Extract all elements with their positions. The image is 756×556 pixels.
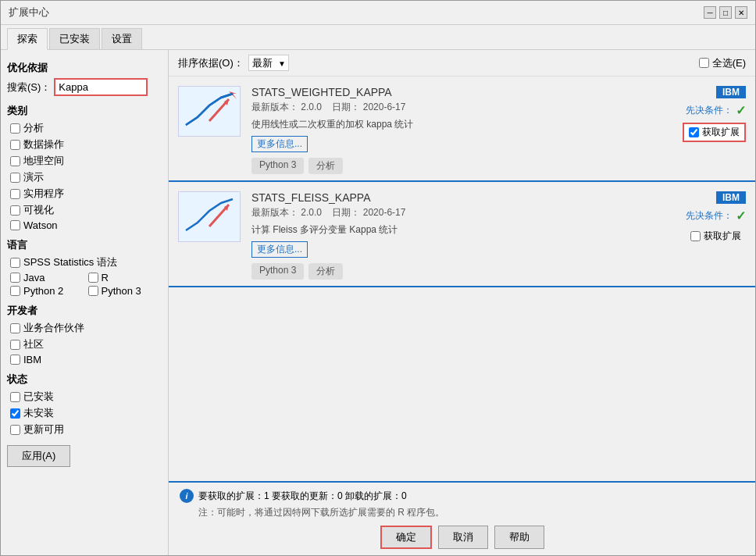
tab-explore[interactable]: 探索 [7,28,48,50]
lang-python3-checkbox[interactable] [88,286,98,296]
get-ext-checkbox-2[interactable] [690,231,701,241]
category-analyze-label: 分析 [23,121,44,135]
lang-python2-checkbox[interactable] [10,286,20,296]
ext-chart-icon-2 [182,195,237,238]
status-update: 更新可用 [10,422,162,437]
category-utility-checkbox[interactable] [10,189,20,199]
category-geo-label: 地理空间 [23,154,64,168]
developer-label: 开发者 [7,304,162,318]
status-not-installed-checkbox[interactable] [10,408,20,419]
status-installed-checkbox[interactable] [10,392,20,402]
help-button[interactable]: 帮助 [494,526,544,549]
ext-icon-2 [178,191,241,242]
status-installed-label: 已安装 [23,390,54,404]
search-row: 搜索(S)： [7,78,162,96]
sort-bar-left: 排序依据(O)： 最新 [178,55,289,71]
lang-java-checkbox[interactable] [10,273,20,283]
prereq-label-2: 先决条件： [686,209,733,223]
category-data-ops: 数据操作 [10,137,162,151]
ext-meta-2: 最新版本： 2.0.0 日期： 2020-6-17 [251,206,644,219]
select-all-row: 全选(E) [699,56,746,70]
lang-python2-label: Python 2 [23,285,63,297]
ext-name-2: STATS_FLEISS_KAPPA [251,191,644,204]
status-not-installed-label: 未安装 [23,406,54,420]
category-demo-checkbox[interactable] [10,173,20,183]
status-update-checkbox[interactable] [10,425,20,435]
optimize-label: 优化依据 [7,61,162,75]
select-all-label: 全选(E) [712,56,746,70]
select-all-checkbox[interactable] [699,58,709,68]
titlebar-controls: ─ □ ✕ [704,6,747,19]
tabs-bar: 探索 已安装 设置 [1,25,755,50]
ext-tag-analyze-1: 分析 [308,158,343,174]
ext-tags-2: Python 3 分析 [251,263,644,280]
ext-more-link-1[interactable]: 更多信息... [251,136,308,152]
ibm-badge-1: IBM [716,86,746,98]
tab-settings[interactable]: 设置 [102,28,142,49]
category-watson: Watson [10,219,162,231]
ext-desc-1: 使用线性或二次权重的加权 kappa 统计 [251,118,644,131]
bottom-note: 注：可能时，将通过因特网下载所选扩展需要的 R 程序包。 [198,506,744,519]
dev-ibm: IBM [10,354,162,365]
lang-spss: SPSS Statistics 语法 [10,255,162,269]
minimize-btn[interactable]: ─ [704,6,716,19]
category-data-ops-checkbox[interactable] [10,140,20,150]
dev-community-label: 社区 [23,337,44,351]
close-btn[interactable]: ✕ [735,6,747,19]
lang-python2: Python 2 [10,285,84,297]
sort-label: 排序依据(O)： [178,56,244,70]
status-label: 状态 [7,372,162,387]
cancel-button[interactable]: 取消 [438,526,488,549]
category-viz-checkbox[interactable] [10,205,20,216]
category-utility-label: 实用程序 [23,187,64,201]
sort-select-wrap: 最新 [248,55,289,71]
lang-java-label: Java [23,272,45,283]
category-watson-checkbox[interactable] [10,220,20,230]
dev-partner-checkbox[interactable] [10,323,20,333]
lang-python3-label: Python 3 [102,285,141,297]
bottom-buttons: 确定 取消 帮助 [180,526,744,549]
category-viz: 可视化 [10,203,162,217]
ext-more-link-2[interactable]: 更多信息... [251,241,308,258]
lang-grid: Java R Python 2 Python 3 [7,272,162,298]
lang-python3: Python 3 [88,285,162,297]
extension-list: STATS_WEIGHTED_KAPPA 最新版本： 2.0.0 日期： 202… [169,77,755,481]
ext-tag-python3-2: Python 3 [251,263,304,280]
search-input[interactable] [54,78,148,96]
category-demo: 演示 [10,170,162,184]
maximize-btn[interactable]: □ [719,6,732,19]
confirm-button[interactable]: 确定 [380,526,432,549]
ext-info-1: STATS_WEIGHTED_KAPPA 最新版本： 2.0.0 日期： 202… [251,86,644,174]
ext-name-1: STATS_WEIGHTED_KAPPA [251,86,644,98]
ext-chart-icon-1 [182,90,237,133]
tab-installed[interactable]: 已安装 [49,28,100,49]
category-utility: 实用程序 [10,187,162,201]
dev-partner-label: 业务合作伙伴 [23,321,84,335]
category-watson-label: Watson [23,219,58,231]
status-installed: 已安装 [10,390,162,404]
ext-desc-2: 计算 Fleiss 多评分变量 Kappa 统计 [251,223,644,237]
dev-community-checkbox[interactable] [10,340,20,350]
prereq-checkmark-2: ✓ [736,208,746,223]
dev-ibm-checkbox[interactable] [10,355,20,365]
category-geo-checkbox[interactable] [10,156,20,166]
category-analyze-checkbox[interactable] [10,123,20,134]
sort-select[interactable]: 最新 [248,55,289,71]
category-label: 类别 [7,104,162,118]
main-window: 扩展中心 ─ □ ✕ 探索 已安装 设置 优化依据 搜索(S)： 类别 分析 [0,0,756,556]
ext-info-2: STATS_FLEISS_KAPPA 最新版本： 2.0.0 日期： 2020-… [251,191,644,280]
status-not-installed: 未安装 [10,406,162,420]
ext-right-2: IBM 先决条件： ✓ 获取扩展 [644,191,746,244]
get-ext-label-2: 获取扩展 [704,230,741,243]
lang-r-checkbox[interactable] [88,273,98,283]
svg-rect-0 [182,90,237,133]
lang-spss-checkbox[interactable] [10,258,20,268]
prereq-row-1: 先决条件： ✓ [686,103,746,118]
ext-icon-1 [178,86,241,137]
titlebar: 扩展中心 ─ □ ✕ [1,1,755,25]
bottom-bar: i 要获取的扩展：1 要获取的更新：0 卸载的扩展：0 注：可能时，将通过因特网… [169,481,755,555]
ext-tag-python3-1: Python 3 [251,158,304,174]
prereq-row-2: 先决条件： ✓ [686,208,746,223]
apply-button[interactable]: 应用(A) [7,445,70,467]
get-ext-checkbox-1[interactable] [689,127,699,137]
